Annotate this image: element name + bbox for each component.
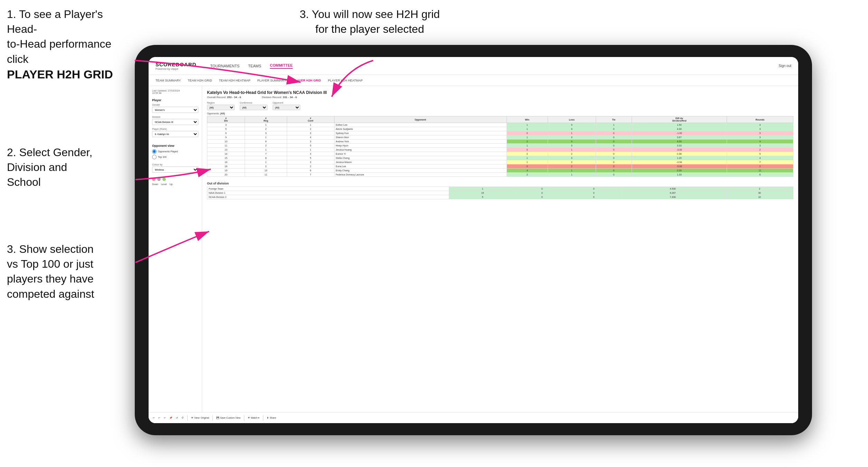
- conference-filter-select[interactable]: (All): [240, 105, 267, 110]
- main-table: #Div #Reg #Conf Opponent Win Loss Tie Di…: [207, 116, 793, 177]
- conference-filter-label: Conference: [240, 102, 267, 104]
- out-of-division-row: Foreign Team1004.5002: [207, 187, 793, 191]
- watch-btn[interactable]: 👁 Watch ▾: [248, 417, 260, 419]
- subnav-player-summary[interactable]: PLAYER SUMMARY: [257, 79, 286, 82]
- th-tie: Tie: [596, 116, 632, 123]
- tablet-frame: SCOREBOARD Powered by clippd TOURNAMENTS…: [135, 45, 812, 435]
- instruction-mid-left: 2. Select Gender,Division andSchool: [7, 145, 135, 190]
- toolbar-undo2[interactable]: ↩: [164, 417, 166, 419]
- th-conf: #Conf: [287, 116, 334, 123]
- division-select[interactable]: NCAA Division III NCAA Division I NCAA D…: [152, 119, 198, 125]
- opponent-view-title: Opponent view: [152, 144, 198, 147]
- opponent-view-section: Opponent view Opponents Played Top 100: [152, 144, 198, 159]
- out-of-division-row: NCAA Division 25007.40010: [207, 195, 793, 199]
- th-opponent: Opponent: [334, 116, 507, 123]
- gender-label: Gender: [152, 104, 198, 106]
- table-row: 633Sydney Kuo010-1.003: [207, 131, 793, 135]
- colour-by-select[interactable]: Win/loss: [152, 166, 198, 173]
- tablet-screen: SCOREBOARD Powered by clippd TOURNAMENTS…: [149, 57, 798, 423]
- th-reg: #Reg: [245, 116, 287, 123]
- region-filter-select[interactable]: (All): [207, 105, 235, 110]
- th-rounds: Rounds: [727, 116, 793, 123]
- nav-committee[interactable]: COMMITTEE: [270, 63, 293, 69]
- opponents-label: Opponents: (All): [207, 112, 793, 115]
- nav-teams[interactable]: TEAMS: [248, 64, 261, 68]
- th-div: #Div: [207, 116, 245, 123]
- player-rank-label: Player (Rank): [152, 128, 198, 130]
- filter-opponent-group: Opponent (All): [273, 102, 300, 110]
- table-row: 1613Jessica Mason120-0.947: [207, 160, 793, 164]
- logo-sub: Powered by clippd: [155, 67, 196, 70]
- subnav-team-h2h-grid[interactable]: TEAM H2H GRID: [188, 79, 212, 82]
- radio-opponents-played[interactable]: Opponents Played: [152, 149, 198, 154]
- left-panel: Last Updated: 27/03/202416:55:38 Player …: [149, 86, 202, 423]
- data-panel: Katelyn Vo Head-to-Head Grid for Women's…: [202, 86, 798, 423]
- filter-conference-group: Conference (All): [240, 102, 267, 110]
- subnav-player-h2h-grid[interactable]: PLAYER H2H GRID: [293, 79, 321, 82]
- dot-down: [152, 178, 155, 181]
- th-diff: Diff AvStrokes/Rnd: [632, 116, 727, 123]
- toolbar-divider-3: [244, 415, 244, 421]
- division-label: Division: [152, 116, 198, 118]
- out-of-division-row: NAIA Division 115009.26730: [207, 191, 793, 195]
- save-custom-view-btn[interactable]: 💾 Save Custom View: [216, 417, 240, 419]
- toolbar-redo2[interactable]: ↺: [176, 417, 178, 419]
- out-of-division-title: Out of division: [207, 182, 793, 185]
- colour-by-label: Colour by: [152, 163, 198, 166]
- filter-row: Region (All) Conference (All) Opponent: [207, 102, 793, 110]
- nav-right: Sign out: [779, 64, 791, 68]
- navbar: SCOREBOARD Powered by clippd TOURNAMENTS…: [149, 57, 798, 75]
- filter-region-group: Region (All): [207, 102, 235, 110]
- panel-timestamp: Last Updated: 27/03/202416:55:38: [152, 89, 198, 94]
- instruction-top-right: 3. You will now see H2H gridfor the play…: [283, 7, 456, 37]
- dot-level: [157, 178, 161, 181]
- logo-text: SCOREBOARD: [155, 61, 196, 67]
- player-section-title: Player: [152, 98, 198, 102]
- th-win: Win: [507, 116, 548, 123]
- colour-section: Colour by Win/loss Down Level Up: [152, 163, 198, 185]
- view-original-btn[interactable]: 👁 View: Original: [191, 417, 209, 419]
- toolbar-divider-2: [213, 415, 213, 421]
- table-row: 522Alexis Sudjianto1004.003: [207, 127, 793, 131]
- table-row: 1063Andrea York2004.004: [207, 140, 793, 144]
- subnav-team-h2h-heatmap[interactable]: TEAM H2H HEATMAP: [219, 79, 251, 82]
- subnav-player-h2h-heatmap[interactable]: PLAYER H2H HEATMAP: [328, 79, 363, 82]
- main-content: Last Updated: 27/03/202416:55:38 Player …: [149, 86, 798, 423]
- dot-up: [162, 178, 166, 181]
- colour-labels: Down Level Up: [152, 183, 198, 185]
- radio-top100[interactable]: Top 100: [152, 155, 198, 159]
- subnav-team-summary[interactable]: TEAM SUMMARY: [155, 79, 181, 82]
- toolbar-divider-1: [187, 415, 188, 421]
- overall-record: Overall Record: 353 - 34 - 6: [207, 96, 241, 99]
- bottom-toolbar: ↩ ↩ ↩ 📌 ↺ ⏱ 👁 View: Original 💾 Save Cust…: [149, 412, 798, 423]
- logo-area: SCOREBOARD Powered by clippd: [155, 61, 196, 70]
- toolbar-clock[interactable]: ⏱: [181, 417, 184, 419]
- out-of-division-table: Foreign Team1004.5002NAIA Division 11500…: [207, 187, 793, 199]
- subnav: TEAM SUMMARY TEAM H2H GRID TEAM H2H HEAT…: [149, 75, 798, 86]
- record-row: Overall Record: 353 - 34 - 6 Division Re…: [207, 96, 793, 99]
- table-row: 1585Stella Cheng1001.254: [207, 156, 793, 160]
- instruction-top-left: 1. To see a Player's Head- to-Head perfo…: [7, 7, 135, 83]
- instruction-bot-left: 3. Show selectionvs Top 100 or justplaye…: [7, 242, 135, 302]
- table-row: 20117Federica Domecq Lacroze2101.336: [207, 173, 793, 177]
- share-btn[interactable]: ⬆ Share: [267, 417, 276, 419]
- sign-out-link[interactable]: Sign out: [779, 64, 791, 68]
- table-row: 1311Jessica Huang010-3.002: [207, 148, 793, 152]
- nav-tournaments[interactable]: TOURNAMENTS: [210, 64, 239, 68]
- player-rank-select[interactable]: 8. Katelyn Vo: [152, 131, 198, 137]
- table-row: 19106Emily Chang4100.3011: [207, 169, 793, 173]
- th-loss: Loss: [548, 116, 596, 123]
- table-row: 1474Eunice Yi2200.389: [207, 152, 793, 156]
- opponent-filter-select[interactable]: (All): [273, 105, 300, 110]
- toolbar-undo[interactable]: ↩: [153, 417, 155, 419]
- toolbar-redo[interactable]: ↩: [158, 417, 160, 419]
- toolbar-divider-4: [263, 415, 263, 421]
- opponent-radio-group: Opponents Played Top 100: [152, 149, 198, 159]
- table-row: 311Esther Lee1011.504: [207, 123, 793, 127]
- toolbar-pin[interactable]: 📌: [169, 417, 172, 419]
- opponent-filter-label: Opponent: [273, 102, 300, 104]
- colour-dots: [152, 178, 198, 181]
- gender-select[interactable]: Women's Men's: [152, 107, 198, 113]
- table-row: 914Sharon Mun1003.673: [207, 135, 793, 140]
- table-row: 1125Heejo Hyun1003.333: [207, 144, 793, 148]
